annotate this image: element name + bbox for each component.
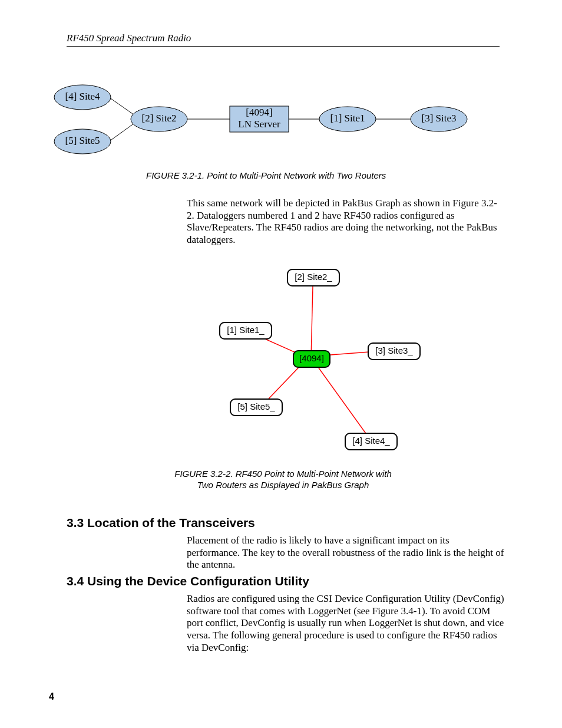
figure-3-2-1-caption: FIGURE 3.2-1. Point to Multi-Point Netwo… <box>67 170 562 180</box>
heading-3-3: 3.3 Location of the Transceivers <box>67 516 255 530</box>
page-header: RF450 Spread Spectrum Radio <box>67 32 191 44</box>
node-server-bottom: LN Server <box>238 118 280 130</box>
svg-line-15 <box>317 365 370 439</box>
paragraph-1: This same network will be depicted in Pa… <box>187 197 502 246</box>
page-number: 4 <box>49 691 54 702</box>
figure-3-2-2-caption-line2: Two Routers as Displayed in PakBus Graph <box>67 480 500 490</box>
node2-center: [4094] <box>299 353 324 363</box>
heading-3-4: 3.4 Using the Device Configuration Utili… <box>67 574 309 588</box>
svg-line-11 <box>311 286 313 358</box>
node2-site2: [2] Site2_ <box>295 272 332 282</box>
figure-3-2-1: [4] Site4 [5] Site5 [2] Site2 [4094] LN … <box>47 77 518 162</box>
node-server-top: [4094] <box>246 107 272 118</box>
header-rule <box>67 46 500 47</box>
node2-site1: [1] Site1_ <box>227 325 265 335</box>
section-3-4-body: Radios are configured using the CSI Devi… <box>187 593 505 654</box>
node-site5: [5] Site5 <box>65 135 100 146</box>
node2-site5: [5] Site5_ <box>237 401 275 411</box>
node-site1: [1] Site1 <box>330 113 365 124</box>
figure-3-2-2: [4094] [2] Site2_ [1] Site1_ [3] Site3_ … <box>220 262 432 457</box>
node2-site4: [4] Site4_ <box>352 436 390 446</box>
page: RF450 Spread Spectrum Radio [4] Site4 [5… <box>0 0 562 728</box>
node-site3: [3] Site3 <box>421 113 456 124</box>
section-3-3-body: Placement of the radio is likely to have… <box>187 535 505 571</box>
node-site2: [2] Site2 <box>141 113 176 124</box>
node2-site3: [3] Site3_ <box>375 345 413 355</box>
figure-3-2-2-caption-line1: FIGURE 3.2-2. RF450 Point to Multi-Point… <box>67 469 500 479</box>
node-site4: [4] Site4 <box>65 91 100 102</box>
